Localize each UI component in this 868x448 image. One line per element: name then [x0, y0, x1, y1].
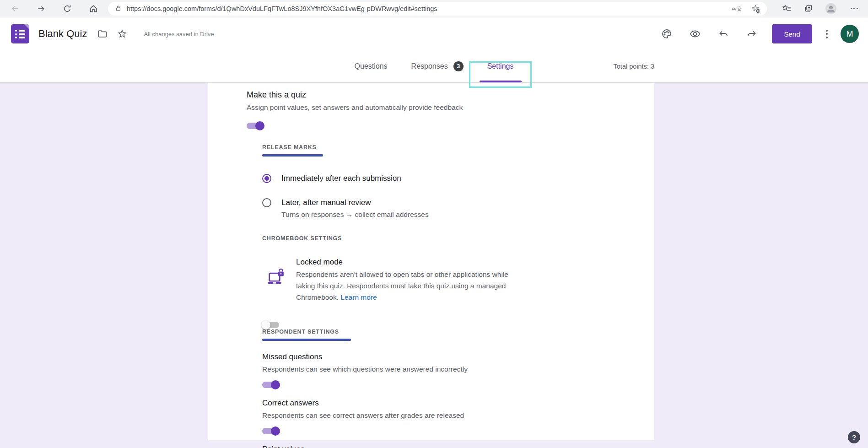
- url-text: https://docs.google.com/forms/d/1QwhDxVd…: [127, 5, 437, 12]
- favorites-hub-icon[interactable]: [782, 4, 792, 13]
- tab-settings[interactable]: Settings: [485, 50, 516, 82]
- make-quiz-description: Assign point values, set answers and aut…: [247, 103, 624, 112]
- settings-page: Make this a quiz Assign point values, se…: [0, 83, 868, 448]
- tab-questions[interactable]: Questions: [353, 50, 389, 82]
- star-icon[interactable]: [117, 29, 127, 39]
- radio-option-later-note: Turns on responses → collect email addre…: [281, 211, 654, 219]
- address-bar[interactable]: https://docs.google.com/forms/d/1QwhDxVd…: [108, 2, 767, 16]
- tab-responses[interactable]: Responses 3: [410, 50, 465, 82]
- browser-menu-icon[interactable]: [849, 6, 860, 11]
- help-button[interactable]: ?: [848, 431, 860, 443]
- redo-icon[interactable]: [746, 28, 757, 39]
- preview-eye-icon[interactable]: [690, 28, 701, 39]
- settings-card: Make this a quiz Assign point values, se…: [208, 83, 654, 440]
- locked-mode-laptop-icon: [268, 268, 285, 287]
- chromebook-settings-heading: CHROMEBOOK SETTINGS: [262, 235, 654, 242]
- lock-icon: [114, 5, 122, 12]
- locked-mode-row: Locked mode Respondents aren't allowed t…: [262, 257, 624, 312]
- theme-palette-icon[interactable]: [661, 28, 672, 39]
- locked-mode-toggle[interactable]: [262, 320, 279, 329]
- radio-option-later[interactable]: Later, after manual review: [262, 198, 654, 207]
- forms-logo[interactable]: [11, 24, 29, 43]
- forms-tab-bar: Questions Responses 3 Settings Total poi…: [0, 50, 868, 83]
- responses-count-badge: 3: [453, 61, 464, 71]
- home-icon[interactable]: [89, 4, 98, 13]
- add-favorite-icon[interactable]: [751, 4, 760, 13]
- respondent-settings-heading: RESPONDENT SETTINGS: [262, 329, 654, 335]
- missed-questions-row: Missed questions Respondents can see whi…: [262, 352, 624, 383]
- undo-icon[interactable]: [718, 28, 729, 39]
- correct-answers-row: Correct answers Respondents can see corr…: [262, 398, 624, 429]
- point-values-row: Point values Respondents can see total p…: [262, 444, 624, 448]
- forward-icon[interactable]: [37, 4, 46, 13]
- make-quiz-toggle[interactable]: [247, 121, 264, 130]
- collections-icon[interactable]: [803, 4, 813, 13]
- forms-logo-list-glyph: [15, 30, 25, 40]
- forms-header: Blank Quiz All changes saved in Drive Se…: [0, 17, 868, 50]
- correct-answers-toggle[interactable]: [262, 426, 279, 436]
- radio-icon[interactable]: [262, 198, 271, 207]
- back-icon[interactable]: [11, 4, 20, 13]
- release-marks-heading: RELEASE MARKS: [262, 144, 654, 151]
- make-quiz-row: Make this a quiz Assign point values, se…: [247, 89, 624, 121]
- browser-profile-icon[interactable]: [825, 3, 837, 15]
- radio-icon[interactable]: [262, 174, 271, 183]
- missed-questions-toggle[interactable]: [262, 380, 279, 389]
- learn-more-link[interactable]: Learn more: [340, 293, 377, 301]
- release-marks-underline: [262, 154, 323, 157]
- make-quiz-title: Make this a quiz: [247, 89, 624, 100]
- browser-toolbar: https://docs.google.com/forms/d/1QwhDxVd…: [0, 0, 868, 17]
- save-status: All changes saved in Drive: [144, 31, 214, 38]
- translate-icon[interactable]: [731, 5, 742, 13]
- account-avatar[interactable]: M: [841, 25, 859, 43]
- total-points-label: Total points: 3: [614, 63, 654, 70]
- move-folder-icon[interactable]: [97, 29, 107, 39]
- respondent-settings-underline: [262, 339, 351, 341]
- radio-option-immediately[interactable]: Immediately after each submission: [262, 174, 654, 183]
- locked-mode-title: Locked mode: [296, 257, 624, 267]
- refresh-icon[interactable]: [63, 4, 72, 13]
- send-button[interactable]: Send: [772, 24, 812, 43]
- locked-mode-description: Respondents aren't allowed to open tabs …: [296, 269, 509, 303]
- document-title[interactable]: Blank Quiz: [38, 28, 87, 40]
- more-options-icon[interactable]: [824, 28, 830, 40]
